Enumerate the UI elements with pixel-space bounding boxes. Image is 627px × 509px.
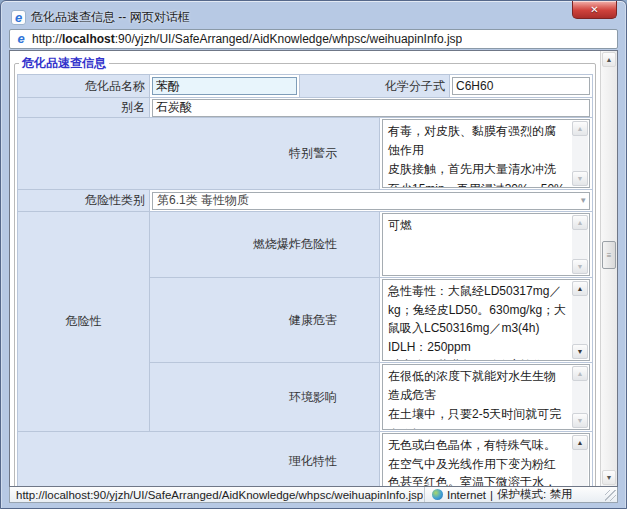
- environment-label: 环境影响: [150, 363, 380, 431]
- arrow-up-icon: ▲: [577, 370, 584, 377]
- category-cell: 第6.1类 毒性物质 ▼: [150, 190, 592, 211]
- warning-cell: 有毒，对皮肤、黏膜有强烈的腐蚀作用 皮肤接触，首先用大量清水冲洗至少15min，…: [380, 118, 592, 189]
- dialog-window: e 危化品速查信息 -- 网页对话框 ✕ e http://localhost:…: [0, 0, 627, 509]
- page: 危化品速查信息 危化品名称 化学分子式: [10, 51, 600, 486]
- formula-input[interactable]: [452, 77, 590, 95]
- fire-cell: 可燃 ▲ ▼: [380, 212, 592, 277]
- scroll-down-button[interactable]: ▼: [572, 171, 588, 186]
- arrow-up-icon: ▲: [577, 219, 584, 226]
- arrow-up-icon: ▲: [577, 439, 584, 446]
- hazard-group: 危险性 燃烧爆炸危险性 可燃 ▲ ▼: [18, 212, 592, 432]
- resize-grip[interactable]: [605, 490, 616, 501]
- ie-icon: e: [11, 10, 26, 25]
- table-row: 健康危害 急性毒性：大鼠经LD50317mg／kg；兔经皮LD50。630mg/…: [150, 278, 592, 363]
- arrow-down-icon: ▼: [577, 417, 584, 424]
- environment-cell: 在很低的浓度下就能对水生生物造成危害 在土壤中，只要2-5天时间就可完全降解 2…: [380, 363, 592, 431]
- scroll-up-button[interactable]: ▲: [572, 215, 588, 230]
- scrollbar-thumb[interactable]: ≡: [602, 241, 616, 269]
- info-fieldset: 危化品速查信息 危化品名称 化学分子式: [14, 55, 596, 486]
- zone-label: Internet: [447, 489, 486, 501]
- arrow-down-icon: ▼: [606, 474, 613, 481]
- scroll-up-button[interactable]: ▲: [572, 121, 588, 136]
- arrow-up-icon: ▲: [606, 56, 613, 63]
- content-area: 危化品速查信息 危化品名称 化学分子式: [9, 50, 618, 487]
- arrow-down-icon: ▼: [577, 348, 584, 355]
- scroll-down-button[interactable]: ▼: [572, 259, 588, 274]
- table-row: 理化特性 无色或白色晶体，有特殊气味。在空气中及光线作用下变为粉红色甚至红色。室…: [18, 432, 592, 486]
- warning-label: 特别警示: [18, 118, 380, 189]
- table-row: 危化品名称 化学分子式: [18, 75, 592, 98]
- status-zone: Internet | 保护模式: 禁用: [424, 487, 572, 502]
- alias-input[interactable]: [152, 99, 590, 117]
- textarea-scrollbar[interactable]: ▲ ▼: [572, 281, 588, 359]
- formula-cell: [450, 75, 592, 97]
- globe-icon: [432, 489, 443, 500]
- table-row: 特别警示 有毒，对皮肤、黏膜有强烈的腐蚀作用 皮肤接触，首先用大量清水冲洗至少1…: [18, 118, 592, 190]
- alias-cell: [150, 98, 592, 117]
- scroll-up-button[interactable]: ▲: [602, 52, 616, 67]
- scroll-up-button[interactable]: ▲: [572, 281, 588, 296]
- scroll-up-button[interactable]: ▲: [572, 435, 588, 450]
- health-cell: 急性毒性：大鼠经LD50317mg／kg；兔经皮LD50。630mg/kg；大鼠…: [380, 278, 592, 362]
- table-row: 别名: [18, 98, 592, 118]
- arrow-down-icon: ▼: [577, 263, 584, 270]
- warning-textarea[interactable]: 有毒，对皮肤、黏膜有强烈的腐蚀作用 皮肤接触，首先用大量清水冲洗至少15min，…: [382, 119, 590, 188]
- scroll-down-button[interactable]: ▼: [602, 470, 616, 485]
- physical-cell: 无色或白色晶体，有特殊气味。在空气中及光线作用下变为粉红色甚至红色。室温下微溶于…: [380, 432, 592, 486]
- formula-label: 化学分子式: [300, 75, 450, 97]
- close-icon: ✕: [590, 4, 598, 15]
- table-row: 燃烧爆炸危险性 可燃 ▲ ▼: [150, 212, 592, 278]
- fire-label: 燃烧爆炸危险性: [150, 212, 380, 277]
- url-field[interactable]: e http://localhost:90/yjzh/UI/SafeArrang…: [9, 29, 618, 49]
- fire-textarea[interactable]: 可燃 ▲ ▼: [382, 213, 590, 276]
- name-cell: [150, 75, 300, 97]
- chevron-down-icon: ▼: [579, 196, 587, 205]
- hazard-category-select[interactable]: 第6.1类 毒性物质 ▼: [152, 192, 590, 210]
- page-scrollbar[interactable]: ▲ ≡ ▼: [600, 51, 617, 486]
- grip-icon: ≡: [607, 251, 612, 260]
- close-button[interactable]: ✕: [572, 1, 617, 19]
- table-row: 危险性类别 第6.1类 毒性物质 ▼: [18, 190, 592, 212]
- alias-label: 别名: [18, 98, 150, 117]
- table-row: 环境影响 在很低的浓度下就能对水生生物造成危害 在土壤中，只要2-5天时间就可完…: [150, 363, 592, 431]
- arrow-down-icon: ▼: [577, 175, 584, 182]
- textarea-scrollbar[interactable]: ▲ ▼: [572, 121, 588, 186]
- form-legend: 危化品速查信息: [19, 55, 109, 72]
- scroll-down-button[interactable]: ▼: [572, 413, 588, 428]
- zone-separator: |: [490, 489, 493, 501]
- window-title: 危化品速查信息 -- 网页对话框: [31, 9, 190, 26]
- textarea-scrollbar[interactable]: ▲ ▼: [572, 435, 588, 486]
- url-text: http://localhost:90/yjzh/UI/SafeArranged…: [32, 32, 462, 46]
- textarea-scrollbar[interactable]: ▲ ▼: [572, 215, 588, 274]
- arrow-up-icon: ▲: [577, 125, 584, 132]
- name-label: 危化品名称: [18, 75, 150, 97]
- category-label: 危险性类别: [18, 190, 150, 211]
- address-bar: e http://localhost:90/yjzh/UI/SafeArrang…: [9, 29, 618, 50]
- environment-textarea[interactable]: 在很低的浓度下就能对水生生物造成危害 在土壤中，只要2-5天时间就可完全降解 2…: [382, 364, 590, 430]
- protected-mode-label: 保护模式: 禁用: [497, 487, 572, 502]
- hazard-group-label: 危险性: [18, 212, 150, 431]
- ie-icon: e: [14, 32, 28, 47]
- health-textarea[interactable]: 急性毒性：大鼠经LD50317mg／kg；兔经皮LD50。630mg/kg；大鼠…: [382, 279, 590, 361]
- scroll-down-button[interactable]: ▼: [572, 344, 588, 359]
- status-bar: http://localhost:90/yjzh/UI/SafeArranged…: [9, 487, 618, 503]
- physical-textarea[interactable]: 无色或白色晶体，有特殊气味。在空气中及光线作用下变为粉红色甚至红色。室温下微溶于…: [382, 433, 590, 486]
- status-url: http://localhost:90/yjzh/UI/SafeArranged…: [16, 489, 423, 501]
- info-table: 危化品名称 化学分子式 别名: [17, 74, 593, 486]
- textarea-scrollbar[interactable]: ▲ ▼: [572, 366, 588, 428]
- scroll-up-button[interactable]: ▲: [572, 366, 588, 381]
- title-bar[interactable]: e 危化品速查信息 -- 网页对话框 ✕: [1, 1, 626, 29]
- health-label: 健康危害: [150, 278, 380, 362]
- chemical-name-input[interactable]: [152, 77, 297, 95]
- physical-label: 理化特性: [18, 432, 380, 486]
- arrow-up-icon: ▲: [577, 285, 584, 292]
- window-frame-bottom: [1, 503, 626, 509]
